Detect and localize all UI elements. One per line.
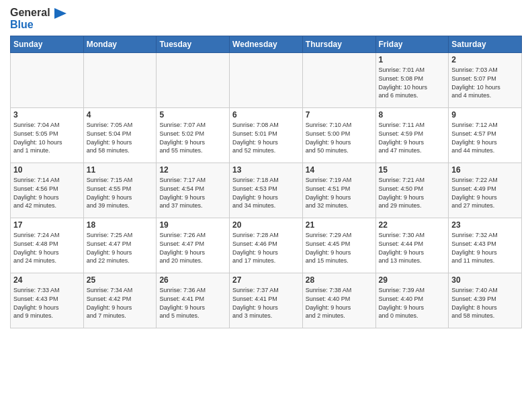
day-info: Sunrise: 7:29 AMSunset: 4:45 PMDaylight:… <box>306 231 373 265</box>
cell-week2-day5: 8Sunrise: 7:11 AMSunset: 4:59 PMDaylight… <box>375 108 449 163</box>
cell-week3-day6: 16Sunrise: 7:22 AMSunset: 4:49 PMDayligh… <box>449 163 522 218</box>
svg-marker-0 <box>54 8 66 19</box>
day-info: Sunrise: 7:01 AMSunset: 5:08 PMDaylight:… <box>379 66 446 99</box>
day-number: 9 <box>451 110 519 120</box>
day-info: Sunrise: 7:19 AMSunset: 4:51 PMDaylight:… <box>306 176 373 210</box>
header-tuesday: Tuesday <box>157 36 230 53</box>
day-number: 20 <box>232 220 300 230</box>
day-number: 24 <box>13 275 81 285</box>
day-info: Sunrise: 7:21 AMSunset: 4:50 PMDaylight:… <box>379 176 446 210</box>
cell-week1-day0 <box>11 53 84 108</box>
cell-week3-day0: 10Sunrise: 7:14 AMSunset: 4:56 PMDayligh… <box>11 163 84 218</box>
day-number: 22 <box>379 220 446 230</box>
cell-week3-day5: 15Sunrise: 7:21 AMSunset: 4:50 PMDayligh… <box>375 163 449 218</box>
cell-week4-day4: 21Sunrise: 7:29 AMSunset: 4:45 PMDayligh… <box>302 218 375 273</box>
calendar-table: SundayMondayTuesdayWednesdayThursdayFrid… <box>10 36 522 328</box>
day-info: Sunrise: 7:26 AMSunset: 4:47 PMDaylight:… <box>159 231 226 265</box>
cell-week4-day6: 23Sunrise: 7:32 AMSunset: 4:43 PMDayligh… <box>449 218 522 273</box>
cell-week5-day0: 24Sunrise: 7:33 AMSunset: 4:43 PMDayligh… <box>11 273 84 328</box>
header-friday: Friday <box>375 36 449 53</box>
day-number: 15 <box>379 165 446 175</box>
day-number: 6 <box>232 110 300 120</box>
cell-week4-day0: 17Sunrise: 7:24 AMSunset: 4:48 PMDayligh… <box>11 218 84 273</box>
cell-week3-day3: 13Sunrise: 7:18 AMSunset: 4:53 PMDayligh… <box>230 163 303 218</box>
day-number: 17 <box>13 220 81 230</box>
day-info: Sunrise: 7:08 AMSunset: 5:01 PMDaylight:… <box>232 121 300 154</box>
day-info: Sunrise: 7:03 AMSunset: 5:07 PMDaylight:… <box>451 66 519 99</box>
cell-week4-day3: 20Sunrise: 7:28 AMSunset: 4:46 PMDayligh… <box>230 218 303 273</box>
day-info: Sunrise: 7:34 AMSunset: 4:42 PMDaylight:… <box>87 286 154 320</box>
cell-week1-day3 <box>230 53 303 108</box>
header-wednesday: Wednesday <box>230 36 303 53</box>
day-info: Sunrise: 7:10 AMSunset: 5:00 PMDaylight:… <box>306 121 373 154</box>
cell-week2-day2: 5Sunrise: 7:07 AMSunset: 5:02 PMDaylight… <box>157 108 230 163</box>
day-number: 7 <box>306 110 373 120</box>
cell-week5-day2: 26Sunrise: 7:36 AMSunset: 4:41 PMDayligh… <box>157 273 230 328</box>
day-info: Sunrise: 7:39 AMSunset: 4:40 PMDaylight:… <box>379 286 446 320</box>
day-info: Sunrise: 7:33 AMSunset: 4:43 PMDaylight:… <box>13 286 81 320</box>
cell-week4-day1: 18Sunrise: 7:25 AMSunset: 4:47 PMDayligh… <box>83 218 157 273</box>
day-info: Sunrise: 7:07 AMSunset: 5:02 PMDaylight:… <box>159 121 226 154</box>
header-thursday: Thursday <box>302 36 375 53</box>
cell-week2-day4: 7Sunrise: 7:10 AMSunset: 5:00 PMDaylight… <box>302 108 375 163</box>
day-number: 27 <box>232 275 300 285</box>
cell-week5-day6: 30Sunrise: 7:40 AMSunset: 4:39 PMDayligh… <box>449 273 522 328</box>
cell-week4-day2: 19Sunrise: 7:26 AMSunset: 4:47 PMDayligh… <box>157 218 230 273</box>
cell-week5-day5: 29Sunrise: 7:39 AMSunset: 4:40 PMDayligh… <box>375 273 449 328</box>
day-number: 10 <box>13 165 81 175</box>
cell-week1-day1 <box>83 53 157 108</box>
cell-week2-day1: 4Sunrise: 7:05 AMSunset: 5:04 PMDaylight… <box>83 108 157 163</box>
day-info: Sunrise: 7:17 AMSunset: 4:54 PMDaylight:… <box>159 176 226 210</box>
day-info: Sunrise: 7:14 AMSunset: 4:56 PMDaylight:… <box>13 176 81 210</box>
day-info: Sunrise: 7:15 AMSunset: 4:55 PMDaylight:… <box>87 176 154 210</box>
day-info: Sunrise: 7:24 AMSunset: 4:48 PMDaylight:… <box>13 231 81 265</box>
cell-week1-day5: 1Sunrise: 7:01 AMSunset: 5:08 PMDaylight… <box>375 53 449 108</box>
day-number: 14 <box>306 165 373 175</box>
cell-week5-day1: 25Sunrise: 7:34 AMSunset: 4:42 PMDayligh… <box>83 273 157 328</box>
day-number: 12 <box>159 165 226 175</box>
day-info: Sunrise: 7:40 AMSunset: 4:39 PMDaylight:… <box>451 286 519 320</box>
day-number: 1 <box>379 55 446 64</box>
header: General Blue <box>10 7 522 30</box>
day-info: Sunrise: 7:04 AMSunset: 5:05 PMDaylight:… <box>13 121 81 154</box>
day-number: 29 <box>379 275 446 285</box>
day-number: 23 <box>451 220 519 230</box>
day-info: Sunrise: 7:28 AMSunset: 4:46 PMDaylight:… <box>232 231 300 265</box>
day-number: 16 <box>451 165 519 175</box>
logo-arrow-icon <box>54 8 66 19</box>
day-info: Sunrise: 7:11 AMSunset: 4:59 PMDaylight:… <box>379 121 446 154</box>
day-info: Sunrise: 7:37 AMSunset: 4:41 PMDaylight:… <box>232 286 300 320</box>
header-saturday: Saturday <box>449 36 522 53</box>
day-info: Sunrise: 7:32 AMSunset: 4:43 PMDaylight:… <box>451 231 519 265</box>
day-number: 4 <box>87 110 154 120</box>
cell-week1-day4 <box>302 53 375 108</box>
logo: General Blue <box>10 7 66 30</box>
day-number: 18 <box>87 220 154 230</box>
day-info: Sunrise: 7:38 AMSunset: 4:40 PMDaylight:… <box>306 286 373 320</box>
header-sunday: Sunday <box>11 36 84 53</box>
day-number: 13 <box>232 165 300 175</box>
day-number: 25 <box>87 275 154 285</box>
cell-week5-day3: 27Sunrise: 7:37 AMSunset: 4:41 PMDayligh… <box>230 273 303 328</box>
header-monday: Monday <box>83 36 157 53</box>
day-info: Sunrise: 7:05 AMSunset: 5:04 PMDaylight:… <box>87 121 154 154</box>
day-info: Sunrise: 7:36 AMSunset: 4:41 PMDaylight:… <box>159 286 226 320</box>
day-number: 3 <box>13 110 81 120</box>
day-number: 2 <box>451 55 519 64</box>
cell-week1-day2 <box>157 53 230 108</box>
cell-week2-day6: 9Sunrise: 7:12 AMSunset: 4:57 PMDaylight… <box>449 108 522 163</box>
cell-week5-day4: 28Sunrise: 7:38 AMSunset: 4:40 PMDayligh… <box>302 273 375 328</box>
day-info: Sunrise: 7:30 AMSunset: 4:44 PMDaylight:… <box>379 231 446 265</box>
day-number: 28 <box>306 275 373 285</box>
day-info: Sunrise: 7:25 AMSunset: 4:47 PMDaylight:… <box>87 231 154 265</box>
cell-week3-day2: 12Sunrise: 7:17 AMSunset: 4:54 PMDayligh… <box>157 163 230 218</box>
cell-week1-day6: 2Sunrise: 7:03 AMSunset: 5:07 PMDaylight… <box>449 53 522 108</box>
day-info: Sunrise: 7:18 AMSunset: 4:53 PMDaylight:… <box>232 176 300 210</box>
day-number: 8 <box>379 110 446 120</box>
cell-week2-day3: 6Sunrise: 7:08 AMSunset: 5:01 PMDaylight… <box>230 108 303 163</box>
cell-week4-day5: 22Sunrise: 7:30 AMSunset: 4:44 PMDayligh… <box>375 218 449 273</box>
cell-week2-day0: 3Sunrise: 7:04 AMSunset: 5:05 PMDaylight… <box>11 108 84 163</box>
day-number: 21 <box>306 220 373 230</box>
day-number: 19 <box>159 220 226 230</box>
cell-week3-day1: 11Sunrise: 7:15 AMSunset: 4:55 PMDayligh… <box>83 163 157 218</box>
